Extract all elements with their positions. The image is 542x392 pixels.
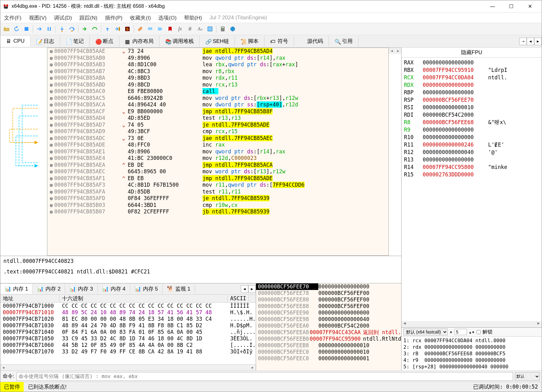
minimize-button[interactable]: — xyxy=(483,0,502,13)
disasm-row[interactable]: ●00007FF94CB85AC0E8 FBE80800call xyxy=(47,88,388,95)
tab-引用[interactable]: 🔍引用 xyxy=(329,36,359,47)
memtab-2[interactable]: 📊内存 3 xyxy=(65,284,97,294)
hex-row[interactable]: 00007FF94CB7106044 5B 12 0F 85 49 0F 85 … xyxy=(0,342,256,348)
disasm-row[interactable]: ●00007FF94CB85AE149:8906mov qword ptr ds… xyxy=(47,148,388,155)
command-input[interactable] xyxy=(17,372,513,381)
stack-row[interactable]: 000000BCF56FEEB000007FF94CC95900ntdll.Rt… xyxy=(256,336,401,342)
tab-脚本[interactable]: 📜脚本 xyxy=(235,36,264,47)
tab-SEH链[interactable]: 🔗SEH链 xyxy=(200,36,235,47)
disasm-row[interactable]: ●00007FF94CB85AAE⌄73 24jae ntdll.7FF94CB… xyxy=(47,48,388,55)
disasm-row[interactable]: ●00007FF94CB85B070F82 2CFEFFFFjb ntdll.7… xyxy=(47,208,388,215)
memtab-3[interactable]: 📊内存 4 xyxy=(98,284,130,294)
stack-row[interactable]: 000000BCF56FEEB80000000000000010 xyxy=(256,342,401,349)
tab-日志[interactable]: 📝日志 xyxy=(31,36,60,47)
hex-row[interactable]: 00007FF94CB7102081 EC 80 00 00 00 48 8B … xyxy=(0,316,256,322)
disasm-row[interactable]: ●00007FF94CB85AF1⌃EB EBjmp ntdll.7FF94CB… xyxy=(47,175,388,182)
registers-view[interactable]: RAX0000000000000000RBX00007FF94CC95910"L… xyxy=(402,58,542,321)
hex-row[interactable]: 00007FF94CB7103048 89 44 24 70 4D 8B F9 … xyxy=(0,322,256,329)
register-row[interactable]: R130000000000000000 xyxy=(404,156,539,163)
stack-row[interactable]: 000000BCF56FEE78000000BCF56FEF00 xyxy=(256,290,401,296)
register-row[interactable]: R1400007FF94CC95800"minke xyxy=(404,163,539,171)
menu-options[interactable]: 选项(O) xyxy=(157,14,178,22)
register-row[interactable]: R110000000000000246L'ɆE' xyxy=(404,141,539,148)
stack-row[interactable]: 000000BCF56FEE80000000BCF56FEF00 xyxy=(256,296,401,303)
command-mode-select[interactable]: 默认 xyxy=(515,372,540,381)
hex-dump[interactable]: 地址 十六进制 ASCII 00007FF94CB71000CC CC CC C… xyxy=(0,295,256,364)
register-row[interactable]: RCX00007FF94CC0DA04ntdll. xyxy=(404,74,539,81)
stack-row[interactable]: 000000BCF56FEE900000000000000000 xyxy=(256,310,401,316)
hide-fpu-button[interactable]: 隐藏FPU xyxy=(402,48,542,58)
menu-fav[interactable]: 收藏夹(I) xyxy=(129,14,152,22)
tab-源代码[interactable]: 源代码 xyxy=(294,36,329,47)
close-button[interactable]: ✕ xyxy=(521,0,539,13)
menu-debug[interactable]: 调试(D) xyxy=(53,14,73,22)
register-row[interactable]: R8000000BCF56FEE68&"呀x\ xyxy=(404,119,539,126)
step-into-icon[interactable] xyxy=(58,25,66,33)
open-icon[interactable] xyxy=(2,25,11,33)
restart-icon[interactable] xyxy=(12,25,21,33)
disasm-row[interactable]: ●00007FF94CB85AF34C:8B1D F67B1500mov r11… xyxy=(47,182,388,189)
stack-row[interactable]: 000000BCF56FEE700000000000000000 xyxy=(256,283,401,290)
stack-row[interactable]: 000000BCF56FEE980000000000000040 xyxy=(256,316,401,323)
stack-row[interactable]: 000000BCF56FEEA0000000BCF54C2000 xyxy=(256,323,401,329)
register-row[interactable]: R90000000000000000 xyxy=(404,126,539,133)
tr-into-icon[interactable] xyxy=(80,25,89,33)
tab-nav[interactable]: ⇢◄► xyxy=(519,38,542,45)
disasm-row[interactable]: ●00007FF94CB85AEC6645:8965 00mov word pt… xyxy=(47,168,388,175)
register-row[interactable]: RSI0000000000000010 xyxy=(404,104,539,111)
scylla-icon[interactable]: S xyxy=(123,25,132,33)
disasm-row[interactable]: ●00007FF94CB85AFA4D:85DBtest r11,r11 xyxy=(47,189,388,195)
memtab-5[interactable]: 🐕监视 1 xyxy=(163,284,195,294)
hash-icon[interactable]: # xyxy=(186,25,194,33)
disasm-row[interactable]: ●00007FF94CB85AE441:BC 230000C0mov r12d,… xyxy=(47,155,388,162)
bookmark-icon[interactable] xyxy=(166,25,174,33)
tr-over-icon[interactable] xyxy=(90,25,99,33)
menu-help[interactable]: 帮助(H) xyxy=(183,14,203,22)
disassembly-view[interactable]: ●00007FF94CB85AAE⌄73 24jae ntdll.7FF94CB… xyxy=(47,48,389,256)
register-row[interactable]: RDI000000BCF54C2000 xyxy=(404,111,539,119)
disasm-row[interactable]: ●00007FF94CB85AB74C:8BC3mov r8,rbx xyxy=(47,68,388,75)
register-row[interactable]: RSP000000BCF56FEE70 xyxy=(404,96,539,104)
label-icon[interactable] xyxy=(156,25,164,33)
menu-trace[interactable]: 跟踪(N) xyxy=(78,14,99,22)
hex-row[interactable]: 00007FF94CB7101048 89 5C 24 10 48 89 74 … xyxy=(0,309,256,316)
hex-row[interactable]: 00007FF94CB71000CC CC CC CC CC CC CC CC … xyxy=(0,303,256,309)
stack-row[interactable]: 000000BCF56FEEC80000000000000001 xyxy=(256,355,401,362)
hex-row[interactable]: 00007FF94CB7107033 D2 49 F7 F0 49 FF CE … xyxy=(0,348,256,355)
stack-row[interactable]: 000000BCF56FEE88000000BCF56FEF00 xyxy=(256,303,401,310)
tab-调用堆栈[interactable]: 📚调用堆栈 xyxy=(159,36,200,47)
disasm-row[interactable]: ●00007FF94CB85ABD49:8BCDmov rcx,r13 xyxy=(47,82,388,88)
hex-row[interactable]: 00007FF94CB710400F 84 F1 6A 0A 00 83 FA … xyxy=(0,329,256,335)
memtab-1[interactable]: 📊内存 2 xyxy=(33,284,65,294)
register-row[interactable]: R100000000000000000 xyxy=(404,133,539,141)
register-row[interactable]: R120000000000000040'@' xyxy=(404,148,539,156)
menu-view[interactable]: 视图(V) xyxy=(28,14,48,22)
memtab-0[interactable]: 📊内存 1 xyxy=(0,284,33,294)
disasm-row[interactable]: ●00007FF94CB85B036644:3BD1cmp r10w,cx xyxy=(47,202,388,209)
disasm-row[interactable]: ●00007FF94CB85AD44D:85EDtest r13,r13 xyxy=(47,115,388,122)
disasm-row[interactable]: ●00007FF94CB85ACF⌄E9 BB000000jmp ntdll.7… xyxy=(47,108,388,115)
comment-icon[interactable] xyxy=(146,25,155,33)
tab-断点[interactable]: 🔴断点 xyxy=(90,36,119,47)
disasm-row[interactable]: ●00007FF94CB85ADC⌄73 0Ejae ntdll.7FF94CB… xyxy=(47,135,388,142)
disasm-row[interactable]: ●00007FF94CB85AD7⌄74 05je ntdll.7FF94CB8… xyxy=(47,122,388,128)
disasm-row[interactable]: ●00007FF94CB85AD949:3BCFcmp rcx,r15 xyxy=(47,128,388,135)
disasm-row[interactable]: ●00007FF94CB85ADE48:FFC0inc rax xyxy=(47,142,388,148)
menu-plugins[interactable]: 插件(P) xyxy=(104,14,124,22)
memtab-nav[interactable]: ◄► xyxy=(241,285,256,293)
regs-hscroll[interactable]: ◄► xyxy=(402,321,542,327)
pause-icon[interactable] xyxy=(45,25,54,33)
modules-icon[interactable] xyxy=(206,25,214,33)
patch-icon[interactable] xyxy=(136,25,145,33)
disasm-row[interactable]: ●00007FF94CB85ACA44:896424 40mov dword p… xyxy=(47,101,388,108)
register-row[interactable]: RBX00007FF94CC95910"LdrpI xyxy=(404,66,539,74)
disasm-hscroll[interactable] xyxy=(389,48,401,54)
tab-CPU[interactable]: 🖥CPU xyxy=(0,36,31,47)
disasm-row[interactable]: ●00007FF94CB85AB348:8D1C00lea rbx,qword … xyxy=(47,61,388,68)
hex-hscroll[interactable] xyxy=(0,364,256,371)
callconv-select[interactable]: 默认 (x64 fastcall) xyxy=(403,329,448,335)
memtab-4[interactable]: 📊内存 5 xyxy=(130,284,163,294)
step-out-icon[interactable] xyxy=(103,25,112,33)
step-over-icon[interactable] xyxy=(68,25,76,33)
register-row[interactable]: RAX0000000000000000 xyxy=(404,59,539,66)
